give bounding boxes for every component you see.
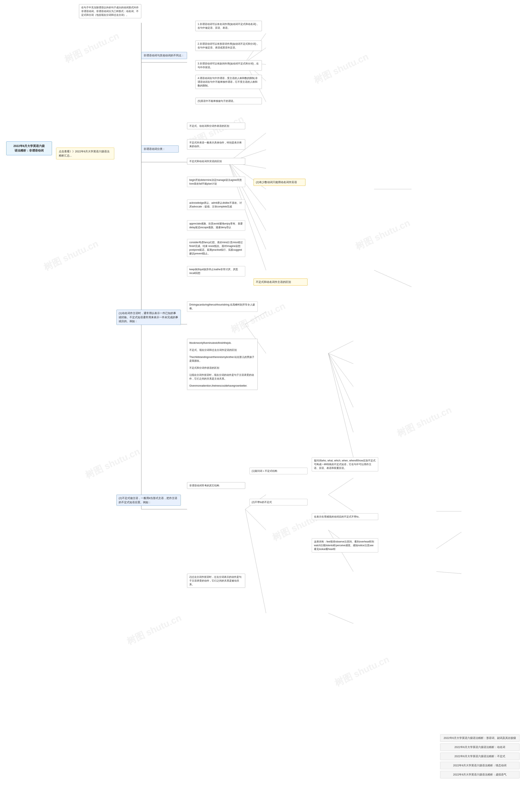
buding-specific: 不定式作表语一般表示具体动作，特别是表示将来的动作。 [187,139,245,150]
sidebar-links-container: 2022年6月大学英语六级语法精析：形容词、副词及其比较级 2022年6月大学英… [440,734,519,778]
watermark-7: 树图 shutu.cn [83,446,142,481]
buding-subject-label: (2)不定式做主语，一般用it当形式主语，把作主语的不定式短语后置。例如： [116,495,181,506]
mindmap-container: 树图 shutu.cn 树图 shutu.cn 树图 shutu.cn 树图 s… [0,0,532,795]
wh-buding-struct: (1)疑问词＋不定式结构 [249,468,308,474]
example-ittookme: Ittookmeonlyfiveminutestofinishthejob. [189,340,255,346]
sidebar-link-3[interactable]: 2022年6月大学英语六级语法精析：不定式 [440,753,519,760]
svg-line-21 [245,312,266,324]
guoqu-fenci-zhuanyu: 2)过去分词作状语时，过去分词表示的动作是句子主语承受的动作，它们之间的关系是被… [187,574,245,588]
watermark-4: 树图 shutu.cn [42,238,100,273]
watermark-3: 树图 shutu.cn [312,51,370,87]
watermark-11: 树图 shutu.cn [333,653,391,689]
svg-line-25 [328,353,353,386]
no-to-buding-label: (2)不带to的不定式 [249,499,308,506]
svg-line-33 [328,478,353,495]
watermark-1: 树图 shutu.cn [62,30,121,66]
verb-group-1: begin开始determine决定manage设法agree同意love喜欢f… [187,177,245,187]
svg-line-39 [436,572,461,574]
svg-line-28 [328,353,353,457]
svg-line-32 [245,509,266,530]
buding-dongming-diff: 不定式和动名词作宾语的区别 [187,158,245,165]
sidebar-link-1[interactable]: 2022年6月大学英语六级语法精析：形容词、副词及其比较级 [440,734,519,742]
feiwei-diff-child-1: 1.非谓语动词可以有名词作用(如动词不定式和动名词)，在句中做定语、宾语、表语。 [195,21,262,31]
svg-line-23 [328,341,353,353]
wh-buding-detail: 疑问词who, what, which, when, where和how后加不定… [312,457,378,471]
svg-line-41 [328,613,353,624]
svg-line-40 [245,509,266,613]
feiwei-diff-child-2: 2.非谓语动词可以有形容词作用(如动词不定式和分词)，在句中做定语、表语或英语补… [195,40,262,51]
buding-dongming-subject-diff: 不定式和动名词作主语的区别 [253,279,308,286]
xian-fenci-zhuanyu: 1)现在分词作状语时，现在分词的动作是句子主语承受的动作，它们之间的关系是主动关… [189,372,255,381]
verb-group-5: keep保持quit放弃停止loathe非常讨厌、厌恶recall回想 [187,266,245,277]
svg-line-34 [328,495,353,511]
watermark-10: 树图 shutu.cn [125,612,184,648]
top-description-node: 在句子中充当除谓语以外的句子成分的动词形式叫作非谓语动词。非谓语动词分为三种形式… [79,4,141,18]
watermark-6: 树图 shutu.cn [354,217,412,253]
feiwei-types-label: 非谓语动词分类： [141,146,179,153]
sidebar-link-5[interactable]: 2022年6月大学英语六级语法精析：虚拟语气 [440,771,519,778]
verb-group-2: acknowledge承认、admit承认dislike不喜欢、讨厌advoca… [187,200,245,210]
no-to-buding-words: 这类词有：feel觉得observe注意到、看到overhear听到watch注… [312,538,378,552]
no-to-buding-detail: 在表示生理感觉的动词后的不定式不带to。 [312,513,378,520]
connector-lines [0,0,532,795]
watermark-9: 树图 shutu.cn [395,404,454,440]
sub-branch-node: Ittookmeonlyfiveminutestofinishthejob. 不… [187,339,258,390]
example-driving: Drivingacarduringtherushhouristiring.在高峰… [187,301,258,312]
verb-group-1-note: (2)有少数动词只能用动名词作宾语 [253,179,305,186]
svg-line-38 [436,532,461,549]
feiwei-diff-child-5: (5)英语中不能单独做句子的谓语。 [195,98,262,104]
sidebar-link-2[interactable]: 2022年6月大学英语六级语法精析：动名词 [440,743,519,751]
verb-group-3: appreciate感激、欣赏avoid避免enjoy享有、喜爱delay延迟e… [187,220,245,231]
example-given-more: Givenmoreattention,thetreescouldehavegro… [189,383,255,389]
feiwei-diff-child-3: 3.非谓语动词可以有副词作用(如动词不定式和分词)，在句中作状语。 [195,60,262,71]
example-child-standing: Thechildstandingovertherereismybrother.站… [189,354,255,363]
svg-line-24 [328,353,353,364]
feiwei-diff-child-4: 4.谓语动词在句中作谓语，受主语的人称和数的限制,非谓语动词在句中不能单独作谓语… [195,75,262,89]
svg-line-26 [328,353,353,408]
other-struct-label: 非谓语动词常考的其它结构 [187,482,245,489]
buding-dongming-fenci-diff: 不定式、动名词和分词作表语的区别 [187,122,245,129]
dongming-subject-label: (1)动名词作主语时，通常用以表示一件已知的事或经验。不定式短语通常用来表示一件… [116,310,181,325]
buding-xian-guo-diff: 不定式、现在分词和过去分词作定语的区别 [189,347,255,353]
sidebar-link-4[interactable]: 2022年6月大学英语六级语法精析：情态动词 [440,762,519,769]
buding-fenci-zhuanyu-diff: 不定式和分词作状语的区别 [189,365,255,371]
svg-line-27 [328,353,353,432]
verb-group-4: consider考虑fancy幻想、喜好mind介意miss错过finish完成… [187,239,245,257]
svg-line-18 [374,270,412,287]
main-title-label: 2022年6月大学英语六级 语法精析：非谓语动词 [6,141,52,155]
click-to-view-box[interactable]: 点击查看》》2022年6月大学英语六级语法精析汇总... [56,148,114,159]
feiwei-diff-label: 非谓语动词与其他动词的不同点： [141,52,187,59]
